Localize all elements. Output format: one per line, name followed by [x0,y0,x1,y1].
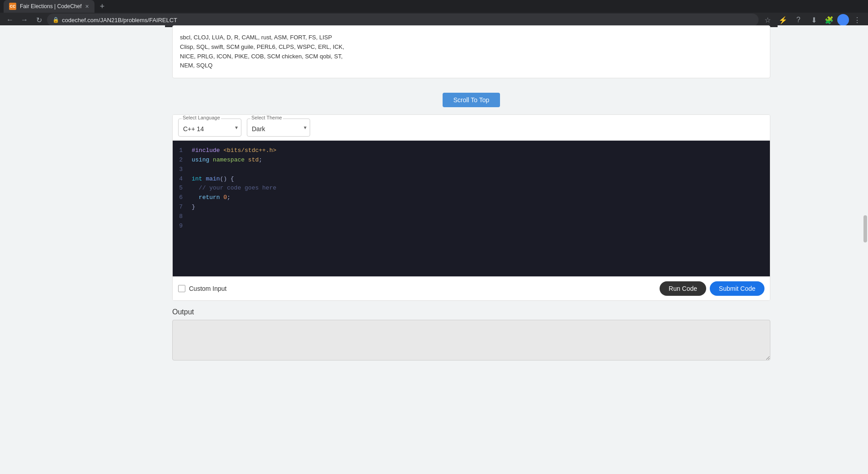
code-editor-section: Select Language C++ 14 C++ 17 Python 3 J… [172,114,770,301]
code-text[interactable]: #include <bits/stdc++.h> using namespace… [186,141,770,276]
page-wrapper: sbcl, CLOJ, LUA, D, R, CAML, rust, ASM, … [0,25,868,474]
line-num-9: 9 [178,222,183,231]
line-num-1: 1 [178,146,183,156]
address-bar[interactable]: 🔒 codechef.com/JAN21B/problems/FAIRELCT [47,14,759,26]
forward-button[interactable]: → [18,14,31,26]
new-tab-button[interactable]: + [96,2,108,11]
output-textarea[interactable] [172,320,770,360]
language-select-label: Select Language [182,115,221,120]
lock-icon: 🔒 [52,17,59,23]
back-button[interactable]: ← [4,14,16,26]
line-num-7: 7 [178,203,183,212]
action-buttons: Run Code Submit Code [660,281,764,296]
left-sidebar [0,25,165,474]
line-num-3: 3 [178,165,183,175]
output-label: Output [172,308,770,316]
line-num-2: 2 [178,156,183,165]
editor-toolbar: Select Language C++ 14 C++ 17 Python 3 J… [173,115,770,141]
submit-code-button[interactable]: Submit Code [710,281,764,296]
tab-bar: CC Fair Elections | CodeChef × + [0,0,868,13]
custom-input-checkbox[interactable] [178,285,185,292]
language-select-wrapper: Select Language C++ 14 C++ 17 Python 3 J… [178,118,241,137]
line-num-5: 5 [178,184,183,193]
scroll-to-top-button[interactable]: Scroll To Top [443,93,500,107]
scroll-thumb[interactable] [863,215,867,242]
tab-favicon: CC [9,3,16,10]
code-editor-area[interactable]: 1 2 3 4 5 6 7 8 9 #include <bits/stdc++.… [173,141,770,276]
languages-text: sbcl, CLOJ, LUA, D, R, CAML, rust, ASM, … [180,34,344,69]
scroll-track [863,25,868,474]
scroll-top-section: Scroll To Top [172,85,770,114]
tab-close-button[interactable]: × [85,3,89,9]
line-num-4: 4 [178,175,183,184]
profile-avatar[interactable] [837,14,849,26]
language-select[interactable]: C++ 14 C++ 17 Python 3 Java [178,118,241,137]
tab-title: Fair Elections | CodeChef [20,3,82,9]
refresh-button[interactable]: ↻ [33,14,45,26]
browser-chrome: CC Fair Elections | CodeChef × + ← → ↻ 🔒… [0,0,868,25]
line-num-6: 6 [178,193,183,203]
custom-input-section: Custom Input [178,285,226,292]
editor-bottom-controls: Custom Input Run Code Submit Code [173,276,770,300]
theme-select[interactable]: Dark Light [247,118,310,137]
languages-card: sbcl, CLOJ, LUA, D, R, CAML, rust, ASM, … [172,25,770,78]
main-content: sbcl, CLOJ, LUA, D, R, CAML, rust, ASM, … [165,25,778,474]
line-num-8: 8 [178,212,183,222]
output-section: Output [172,308,770,362]
active-tab[interactable]: CC Fair Elections | CodeChef × [4,0,94,13]
theme-select-wrapper: Select Theme Dark Light ▾ [247,118,310,137]
right-sidebar [778,25,868,474]
custom-input-label: Custom Input [189,285,226,292]
run-code-button[interactable]: Run Code [660,281,706,296]
line-numbers: 1 2 3 4 5 6 7 8 9 [173,141,186,276]
theme-select-label: Select Theme [250,115,283,120]
address-text: codechef.com/JAN21B/problems/FAIRELCT [62,17,177,24]
